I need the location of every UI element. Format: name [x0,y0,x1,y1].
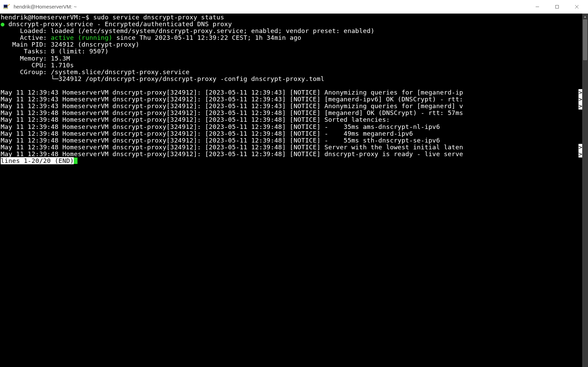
log-line: May 11 12:39:48 HomeserverVM dnscrypt-pr… [1,110,582,116]
memory-value: 15.3M [51,55,70,62]
active-label: Active: [1,34,51,41]
putty-icon [3,3,10,10]
log-line: May 11 12:39:48 HomeserverVM dnscrypt-pr… [1,151,582,157]
command-text: sudo service dnscrypt-proxy status [93,14,224,21]
scrollbar[interactable]: ▲ [582,14,588,367]
log-line: May 11 12:39:48 HomeserverVM dnscrypt-pr… [1,130,582,137]
cgroup-label: CGroup: [1,68,51,76]
log-text: May 11 12:39:43 HomeserverVM dnscrypt-pr… [1,89,463,96]
memory-label: Memory: [1,55,51,62]
log-text: May 11 12:39:48 HomeserverVM dnscrypt-pr… [1,151,463,157]
active-since: since Thu 2023-05-11 12:39:22 CEST; 1h 3… [113,34,301,41]
log-line: May 11 12:39:48 HomeserverVM dnscrypt-pr… [1,137,582,144]
line-truncated-icon: > [578,96,582,103]
tasks-label: Tasks: [1,48,51,55]
active-state: active (running) [51,34,112,41]
cgroup-process: └─324912 /opt/dnscrypt-proxy/dnscrypt-pr… [1,75,324,82]
log-line: May 11 12:39:43 HomeserverVM dnscrypt-pr… [1,103,582,110]
log-text: May 11 12:39:48 HomeserverVM dnscrypt-pr… [1,116,390,123]
log-text: May 11 12:39:48 HomeserverVM dnscrypt-pr… [1,123,440,130]
scrollbar-thumb[interactable] [583,19,587,60]
log-line: May 11 12:39:43 HomeserverVM dnscrypt-pr… [1,96,582,103]
window-controls [528,0,587,13]
mainpid-value: 324912 (dnscrypt-proxy) [51,41,139,48]
log-text: May 11 12:39:43 HomeserverVM dnscrypt-pr… [1,96,463,103]
close-button[interactable] [567,0,587,13]
svg-rect-4 [556,5,559,8]
mainpid-label: Main PID: [1,41,51,48]
line-truncated-icon: > [578,103,582,110]
maximize-button[interactable] [547,0,567,13]
terminal-area: hendrik@HomeserverVM:~$ sudo service dns… [0,14,588,367]
line-truncated-icon: > [578,151,582,157]
line-truncated-icon: > [578,144,582,151]
log-line: May 11 12:39:43 HomeserverVM dnscrypt-pr… [1,89,582,96]
terminal[interactable]: hendrik@HomeserverVM:~$ sudo service dns… [0,14,582,367]
log-text: May 11 12:39:48 HomeserverVM dnscrypt-pr… [1,137,440,144]
scroll-up-icon[interactable]: ▲ [582,14,588,19]
minimize-button[interactable] [528,0,547,13]
service-header: dnscrypt-proxy.service - Encrypted/authe… [4,20,232,28]
svg-rect-1 [4,5,7,7]
log-line: May 11 12:39:48 HomeserverVM dnscrypt-pr… [1,144,582,151]
line-truncated-icon: > [578,89,582,96]
log-text: May 11 12:39:48 HomeserverVM dnscrypt-pr… [1,130,413,137]
log-text: May 11 12:39:48 HomeserverVM dnscrypt-pr… [1,144,463,151]
cpu-value: 1.710s [51,62,74,69]
pager-status: lines 1-20/20 (END) [1,157,74,164]
shell-prompt: hendrik@HomeserverVM:~$ [1,14,93,21]
loaded-label: Loaded: [1,27,51,34]
tasks-value: 8 (limit: 9507) [51,48,108,55]
svg-rect-2 [3,8,8,9]
cgroup-value: /system.slice/dnscrypt-proxy.service [51,68,189,76]
terminal-cursor [74,157,77,164]
window-title: hendrik@HomeserverVM: ~ [14,4,528,10]
status-dot-icon: ● [1,20,4,28]
titlebar[interactable]: hendrik@HomeserverVM: ~ [0,0,588,14]
log-text: May 11 12:39:48 HomeserverVM dnscrypt-pr… [1,110,463,116]
loaded-value: loaded (/etc/systemd/system/dnscrypt-pro… [51,27,374,34]
log-line: May 11 12:39:48 HomeserverVM dnscrypt-pr… [1,123,582,130]
journal-log-block: May 11 12:39:43 HomeserverVM dnscrypt-pr… [1,89,582,157]
log-text: May 11 12:39:43 HomeserverVM dnscrypt-pr… [1,103,463,110]
application-window: hendrik@HomeserverVM: ~ hendrik@Homeserv… [0,0,588,367]
log-line: May 11 12:39:48 HomeserverVM dnscrypt-pr… [1,116,582,123]
cpu-label: CPU: [1,62,51,69]
